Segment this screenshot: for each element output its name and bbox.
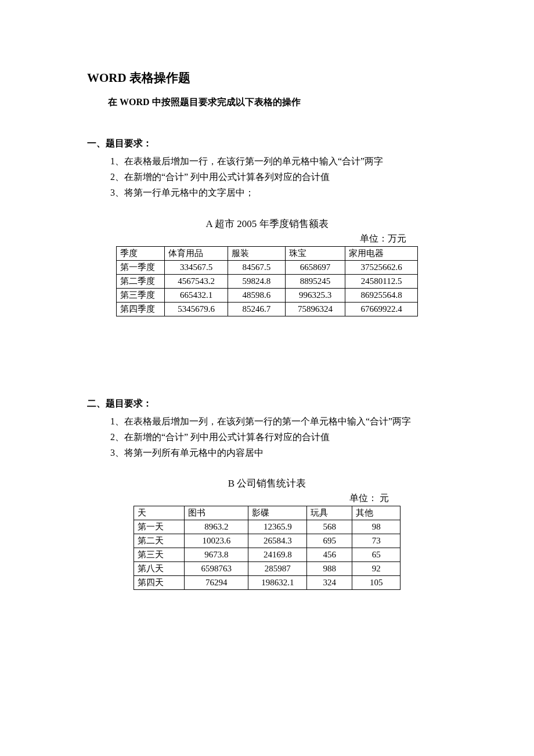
table-cell: 695 — [307, 534, 352, 548]
table-row: 第三季度 665432.1 48598.6 996325.3 86925564.… — [117, 288, 418, 302]
table-cell: 67669922.4 — [345, 302, 418, 316]
section2-requirements: 1、在表格最后增加一列，在该列第一行的第一个单元格中输入“合计”两字 2、在新增… — [87, 413, 447, 461]
table-cell: 48598.6 — [228, 288, 286, 302]
table-cell: 92 — [352, 562, 400, 576]
table-cell: 第三天 — [134, 548, 185, 562]
table-cell: 第二季度 — [117, 274, 165, 288]
table-cell: 24580112.5 — [345, 274, 418, 288]
table-cell: 37525662.6 — [345, 260, 418, 274]
table-cell: 324 — [307, 576, 352, 590]
table-header-cell: 季度 — [117, 246, 165, 260]
table-cell: 285987 — [248, 562, 307, 576]
table-header-cell: 玩具 — [307, 506, 352, 520]
table-cell: 9673.8 — [185, 548, 248, 562]
table-row: 第二季度 4567543.2 59824.8 8895245 24580112.… — [117, 274, 418, 288]
table-cell: 5345679.6 — [165, 302, 228, 316]
table-row: 天 图书 影碟 玩具 其他 — [134, 506, 400, 520]
table-cell: 665432.1 — [165, 288, 228, 302]
table-cell: 第四天 — [134, 576, 185, 590]
table2: 天 图书 影碟 玩具 其他 第一天 8963.2 12365.9 568 98 … — [134, 506, 400, 590]
table-header-cell: 珠宝 — [285, 246, 345, 260]
section1-heading: 一、题目要求： — [87, 138, 447, 150]
table-cell: 6658697 — [285, 260, 345, 274]
requirement-item: 3、将第一列所有单元格中的内容居中 — [110, 445, 447, 460]
table-cell: 334567.5 — [165, 260, 228, 274]
table-header-cell: 影碟 — [248, 506, 307, 520]
table1-unit: 单位：万元 — [360, 233, 406, 245]
table-cell: 73 — [352, 534, 400, 548]
table-cell: 568 — [307, 520, 352, 534]
table-cell: 198632.1 — [248, 576, 307, 590]
table2-unit: 单位： 元 — [349, 492, 389, 505]
table-cell: 第一季度 — [117, 260, 165, 274]
table-row: 第四天 76294 198632.1 324 105 — [134, 576, 400, 590]
table-header-cell: 家用电器 — [345, 246, 418, 260]
main-title: WORD 表格操作题 — [87, 70, 447, 86]
table-header-cell: 图书 — [185, 506, 248, 520]
table-cell: 84567.5 — [228, 260, 286, 274]
table-cell: 98 — [352, 520, 400, 534]
table-header-cell: 天 — [134, 506, 185, 520]
table-header-cell: 其他 — [352, 506, 400, 520]
table-row: 第三天 9673.8 24169.8 456 65 — [134, 548, 400, 562]
table-row: 第二天 10023.6 26584.3 695 73 — [134, 534, 400, 548]
table-cell: 59824.8 — [228, 274, 286, 288]
requirement-item: 2、在新增的“合计” 列中用公式计算各列对应的合计值 — [110, 169, 447, 185]
table1: 季度 体育用品 服装 珠宝 家用电器 第一季度 334567.5 84567.5… — [116, 246, 418, 316]
table-header-cell: 体育用品 — [165, 246, 228, 260]
table-row: 第四季度 5345679.6 85246.7 75896324 67669922… — [117, 302, 418, 316]
table-cell: 86925564.8 — [345, 288, 418, 302]
table-cell: 第八天 — [134, 562, 185, 576]
table-cell: 8963.2 — [185, 520, 248, 534]
requirement-item: 1、在表格最后增加一列，在该列第一行的第一个单元格中输入“合计”两字 — [110, 413, 447, 429]
table-row: 季度 体育用品 服装 珠宝 家用电器 — [117, 246, 418, 260]
table-cell: 6598763 — [185, 562, 248, 576]
section1-requirements: 1、在表格最后增加一行，在该行第一列的单元格中输入“合计”两字 2、在新增的“合… — [87, 153, 447, 201]
table-header-cell: 服装 — [228, 246, 286, 260]
table-cell: 105 — [352, 576, 400, 590]
table-cell: 10023.6 — [185, 534, 248, 548]
table2-title: B 公司销售统计表 — [87, 477, 447, 490]
table-row: 第一季度 334567.5 84567.5 6658697 37525662.6 — [117, 260, 418, 274]
table-cell: 4567543.2 — [165, 274, 228, 288]
requirement-item: 3、将第一行单元格中的文字居中； — [110, 185, 447, 200]
table-cell: 8895245 — [285, 274, 345, 288]
table-cell: 第三季度 — [117, 288, 165, 302]
table-cell: 996325.3 — [285, 288, 345, 302]
table-cell: 75896324 — [285, 302, 345, 316]
requirement-item: 1、在表格最后增加一行，在该行第一列的单元格中输入“合计”两字 — [110, 153, 447, 169]
table-row: 第一天 8963.2 12365.9 568 98 — [134, 520, 400, 534]
table-cell: 988 — [307, 562, 352, 576]
table-cell: 85246.7 — [228, 302, 286, 316]
requirement-item: 2、在新增的“合计” 列中用公式计算各行对应的合计值 — [110, 429, 447, 445]
subtitle: 在 WORD 中按照题目要求完成以下表格的操作 — [87, 96, 447, 109]
table-cell: 26584.3 — [248, 534, 307, 548]
table-cell: 12365.9 — [248, 520, 307, 534]
section2-heading: 二、题目要求： — [87, 398, 447, 410]
table-cell: 76294 — [185, 576, 248, 590]
table-cell: 65 — [352, 548, 400, 562]
table-cell: 456 — [307, 548, 352, 562]
table-cell: 第四季度 — [117, 302, 165, 316]
table-cell: 第一天 — [134, 520, 185, 534]
table-row: 第八天 6598763 285987 988 92 — [134, 562, 400, 576]
table-cell: 24169.8 — [248, 548, 307, 562]
table1-title: A 超市 2005 年季度销售额表 — [87, 217, 447, 231]
table-cell: 第二天 — [134, 534, 185, 548]
